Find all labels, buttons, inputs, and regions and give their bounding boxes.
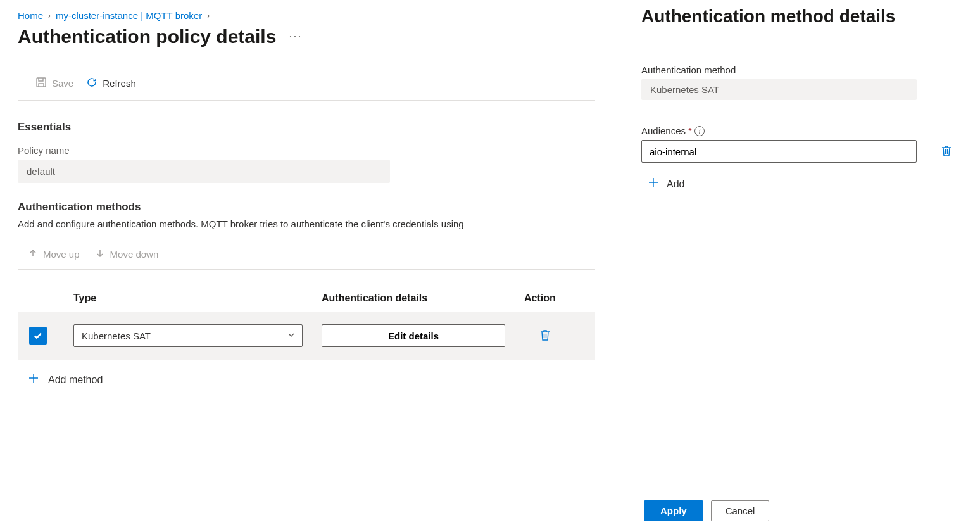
add-audience-button[interactable]: Add [641,174,958,194]
plus-icon [28,372,39,387]
type-select-value: Kubernetes SAT [82,331,151,341]
add-method-label: Add method [48,374,103,386]
plus-icon [648,177,659,191]
svg-rect-3 [37,78,46,87]
policy-name-field [18,160,390,183]
details-panel: Authentication method details Authentica… [619,0,980,525]
svg-point-2 [299,36,300,37]
breadcrumb: Home › my-cluster-instance | MQTT broker… [18,10,595,21]
cancel-button[interactable]: Cancel [711,500,770,521]
save-label: Save [52,78,73,89]
type-select[interactable]: Kubernetes SAT [73,324,303,347]
auth-method-value: Kubernetes SAT [641,79,917,100]
apply-button[interactable]: Apply [644,500,703,521]
column-action: Action [524,293,595,304]
auth-method-label: Authentication method [641,65,958,75]
policy-name-label: Policy name [18,145,595,156]
move-down-label: Move down [110,249,159,260]
chevron-down-icon [287,331,296,341]
add-method-button[interactable]: Add method [18,360,103,387]
auth-methods-description: Add and configure authentication methods… [18,218,595,229]
refresh-label: Refresh [103,78,136,89]
audience-input[interactable] [641,140,917,163]
audiences-label: Audiences * i [641,125,958,136]
command-bar: Save Refresh [18,73,595,101]
info-icon[interactable]: i [694,126,705,136]
svg-point-1 [294,36,296,37]
refresh-button[interactable]: Refresh [86,75,136,91]
panel-title: Authentication method details [641,6,958,27]
table-row: Kubernetes SAT Edit details [18,312,595,360]
edit-details-button[interactable]: Edit details [322,324,505,347]
breadcrumb-home[interactable]: Home [18,10,43,21]
more-menu-button[interactable] [289,35,301,39]
breadcrumb-instance[interactable]: my-cluster-instance | MQTT broker [56,10,202,21]
svg-point-0 [290,36,291,37]
column-type: Type [73,293,322,304]
panel-footer: Apply Cancel [641,500,958,525]
required-indicator: * [688,125,692,136]
essentials-heading: Essentials [18,121,595,134]
refresh-icon [86,77,97,90]
column-details: Authentication details [322,293,524,304]
move-up-button[interactable]: Move up [28,248,80,260]
reorder-toolbar: Move up Move down [18,244,595,270]
methods-table-header: Type Authentication details Action [18,270,595,312]
delete-row-button[interactable] [539,333,551,343]
arrow-up-icon [28,248,38,260]
audience-row [641,140,958,163]
page-title: Authentication policy details [18,26,276,47]
delete-audience-button[interactable] [941,144,952,159]
add-audience-label: Add [667,179,684,190]
chevron-right-icon: › [206,11,211,20]
save-button[interactable]: Save [35,75,73,91]
save-icon [35,77,47,90]
move-down-button[interactable]: Move down [95,248,159,260]
row-checkbox[interactable] [29,327,47,345]
arrow-down-icon [95,248,105,260]
move-up-label: Move up [43,249,80,260]
auth-methods-heading: Authentication methods [18,201,595,213]
chevron-right-icon: › [47,11,52,20]
